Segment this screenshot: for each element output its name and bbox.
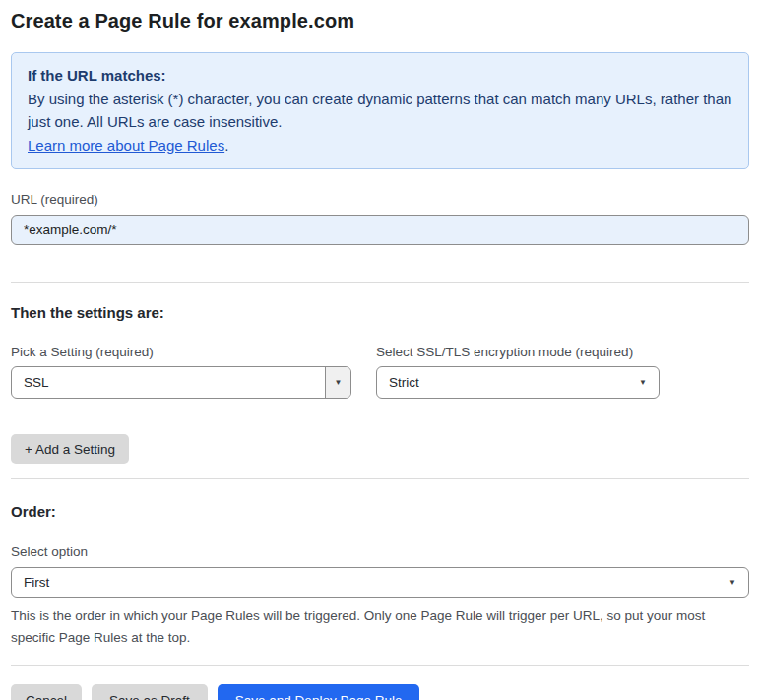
settings-section-heading: Then the settings are: [11,304,749,321]
settings-row: Pick a Setting (required) SSL ▼ Select S… [11,345,749,399]
setting-picker-label: Pick a Setting (required) [11,345,351,359]
notice-body: By using the asterisk (*) character, you… [28,88,732,134]
ssl-mode-label: Select SSL/TLS encryption mode (required… [376,345,660,359]
url-match-notice: If the URL matches: By using the asteris… [11,52,749,169]
ssl-mode-field: Select SSL/TLS encryption mode (required… [376,345,660,399]
add-setting-button[interactable]: + Add a Setting [11,434,129,464]
page-title: Create a Page Rule for example.com [11,10,749,32]
setting-picker-field: Pick a Setting (required) SSL ▼ [11,345,351,399]
order-section-heading: Order: [11,503,749,520]
page-rule-form: Create a Page Rule for example.com If th… [0,0,760,700]
url-input[interactable] [11,215,749,245]
url-field-label: URL (required) [11,192,749,207]
order-select-label: Select option [11,544,749,559]
setting-picker-arrow-section[interactable]: ▼ [325,367,350,398]
chevron-down-icon: ▼ [335,379,343,387]
section-divider [11,665,749,666]
chevron-down-icon: ▼ [639,379,647,387]
learn-more-link[interactable]: Learn more about Page Rules [28,137,224,154]
notice-link-row: Learn more about Page Rules. [28,134,732,158]
save-deploy-button[interactable]: Save and Deploy Page Rule [218,684,420,700]
notice-heading: If the URL matches: [28,64,732,88]
ssl-mode-value: Strict [377,375,659,390]
chevron-down-icon: ▼ [728,579,736,587]
setting-picker-value: SSL [12,375,325,390]
notice-link-suffix: . [224,137,228,154]
order-select[interactable]: First ▼ [11,567,749,598]
order-select-value: First [12,575,748,590]
setting-picker-select[interactable]: SSL ▼ [11,366,351,399]
cancel-button[interactable]: Cancel [11,684,82,700]
section-divider [11,282,749,283]
footer-actions: Cancel Save as Draft Save and Deploy Pag… [11,684,749,700]
save-draft-button[interactable]: Save as Draft [92,684,208,700]
order-help-text: This is the order in which your Page Rul… [11,605,747,649]
ssl-mode-select[interactable]: Strict ▼ [376,366,660,399]
section-divider [11,478,749,479]
